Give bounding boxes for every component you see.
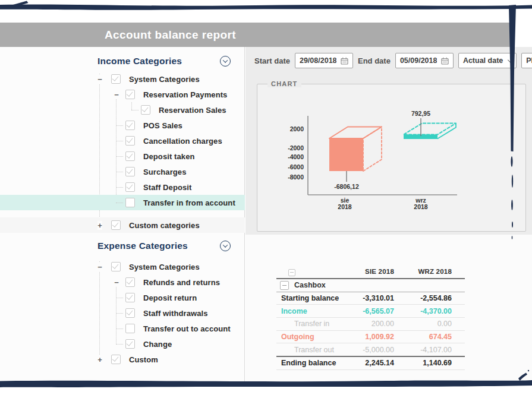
row-value-wrz: -4,107.00 xyxy=(394,346,452,354)
calendar-icon[interactable] xyxy=(441,57,449,65)
tree-expander-icon[interactable] xyxy=(116,118,124,133)
balance-chart: 2000 -2000 -4000 -6000 -8000 -6806,12 xyxy=(257,84,525,231)
calendar-icon[interactable] xyxy=(341,57,348,65)
tree-item-label: Change xyxy=(143,340,172,349)
checkbox[interactable] xyxy=(125,151,135,161)
checkbox[interactable] xyxy=(111,74,121,84)
row-label-cell: Starting balance xyxy=(276,294,342,302)
row-label: Cashbox xyxy=(294,281,326,289)
tree-item-label: Reservation Payments xyxy=(143,90,227,99)
row-label: Ending balance xyxy=(281,359,336,367)
tree-expander-icon[interactable] xyxy=(112,274,121,290)
tree-expander-icon[interactable] xyxy=(96,71,104,87)
tree-item[interactable]: Change xyxy=(0,336,245,352)
bar-value-label: 792,95 xyxy=(411,110,430,117)
tree-item[interactable]: Staff withdrawals xyxy=(0,305,245,321)
checkbox[interactable] xyxy=(125,136,135,146)
tree-expander-icon[interactable] xyxy=(116,179,124,195)
tree-item[interactable]: Transfer out to account xyxy=(0,321,245,336)
start-date-input[interactable] xyxy=(300,56,336,65)
tree-item[interactable]: Surcharges xyxy=(0,164,245,179)
tree-item[interactable]: Deposit taken xyxy=(0,149,245,164)
tree-expander-icon[interactable] xyxy=(116,133,124,149)
column-header-wrz: WRZ 2018 xyxy=(394,268,452,275)
toolbar: Start date End date xyxy=(254,53,532,68)
row-value-sie: 2,245.14 xyxy=(342,359,394,367)
collapse-all-icon[interactable] xyxy=(288,269,295,276)
tree-item[interactable]: System Categories xyxy=(0,259,245,274)
tree-item-label: Custom categories xyxy=(129,221,200,230)
currency-dropdown[interactable]: PLN xyxy=(521,53,532,68)
tree-expander-icon[interactable] xyxy=(96,259,104,274)
income-categories-title: Income Categories xyxy=(97,56,182,67)
checkbox[interactable] xyxy=(111,355,121,364)
checkbox[interactable] xyxy=(125,121,135,130)
tree-item[interactable]: Custom categories xyxy=(0,217,245,233)
expense-categories-header: Expense Categories xyxy=(97,239,231,253)
body: Income Categories System Categories xyxy=(0,47,532,382)
tree-item[interactable]: POS Sales xyxy=(0,118,245,133)
table-body: Cashbox Starting balance -3,310.01 xyxy=(276,279,465,370)
tree-item[interactable]: System Categories xyxy=(0,71,245,87)
start-date-field[interactable] xyxy=(295,53,353,68)
checkbox[interactable] xyxy=(125,293,135,302)
tree-item-label: Staff withdrawals xyxy=(143,309,208,318)
collapse-expense-chevron-icon[interactable] xyxy=(220,241,231,251)
date-mode-dropdown[interactable]: Actual date xyxy=(458,53,517,68)
row-value-wrz: -4,370.00 xyxy=(394,307,452,315)
main: Start date End date xyxy=(245,47,532,382)
tree-expander-icon[interactable] xyxy=(116,321,124,336)
table-row: Starting balance -3,310.01 -2,554.86 xyxy=(276,292,465,305)
row-value-wrz: -2,554.86 xyxy=(394,294,452,302)
checkbox[interactable] xyxy=(125,308,135,318)
row-label-cell: Income xyxy=(276,307,342,315)
tree-item[interactable]: Refunds and returns xyxy=(0,274,245,290)
end-date-field[interactable] xyxy=(395,53,454,68)
tree-item-label: Reservation Sales xyxy=(159,106,226,115)
bar-sie-2018: -6806,12 xyxy=(329,127,382,191)
tree-expander-icon[interactable] xyxy=(112,87,121,102)
x-label-year: 2018 xyxy=(414,203,428,210)
tree-expander-icon[interactable] xyxy=(96,352,104,367)
tree-expander-icon[interactable] xyxy=(116,336,124,352)
checkbox[interactable] xyxy=(141,105,150,115)
tree-item[interactable]: Cancellation charges xyxy=(0,133,245,149)
tree-expander-icon[interactable] xyxy=(96,217,104,233)
page: Account balance report Income Categories… xyxy=(0,0,532,398)
checkbox[interactable] xyxy=(125,324,135,333)
balance-table: SIE 2018 WRZ 2018 Cashbox xyxy=(276,264,465,370)
checkbox[interactable] xyxy=(125,167,135,176)
checkbox[interactable] xyxy=(111,262,121,271)
checkbox[interactable] xyxy=(125,90,135,99)
income-tree: System Categories Reservation Payments R… xyxy=(0,71,245,233)
tree-item[interactable]: Transfer in from account xyxy=(0,195,245,210)
tree-expander-icon[interactable] xyxy=(116,164,124,179)
table-header: SIE 2018 WRZ 2018 xyxy=(276,264,465,279)
tree-expander-icon[interactable] xyxy=(116,305,124,321)
tree-item[interactable]: Reservation Sales xyxy=(0,102,245,118)
end-date-input[interactable] xyxy=(400,56,437,65)
tree-item-label: Surcharges xyxy=(143,168,187,176)
row-label-cell: Cashbox xyxy=(276,281,342,290)
tree-expander-icon[interactable] xyxy=(116,149,124,164)
collapse-group-icon[interactable] xyxy=(280,281,289,290)
tree-item[interactable]: Reservation Payments xyxy=(0,87,245,102)
tree-item[interactable]: Deposit return xyxy=(0,290,245,305)
checkbox[interactable] xyxy=(125,277,135,287)
tree-item[interactable]: Staff Deposit xyxy=(0,179,245,195)
tree-expander-icon[interactable] xyxy=(116,290,124,305)
collapse-income-chevron-icon[interactable] xyxy=(220,56,231,67)
chevron-down-icon xyxy=(508,57,514,63)
tree-expander-icon[interactable] xyxy=(116,195,124,210)
income-categories-header: Income Categories xyxy=(97,54,231,68)
column-header-sie: SIE 2018 xyxy=(342,268,394,275)
tree-item[interactable]: Custom xyxy=(0,352,245,367)
y-tick: 2000 xyxy=(290,125,304,132)
checkbox[interactable] xyxy=(125,339,135,349)
checkbox[interactable] xyxy=(111,220,121,230)
checkbox[interactable] xyxy=(125,182,135,192)
checkbox[interactable] xyxy=(125,198,135,207)
row-value-sie: 200.00 xyxy=(342,320,394,328)
tree-item-label: Cancellation charges xyxy=(143,137,222,146)
tree-expander-icon[interactable] xyxy=(131,102,140,118)
